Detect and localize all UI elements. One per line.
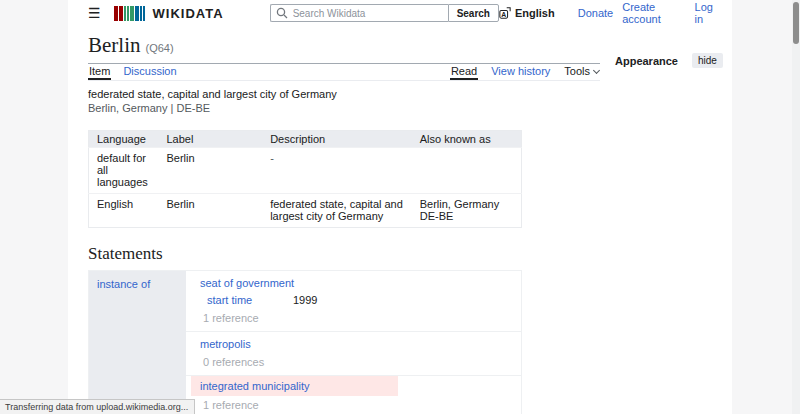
cell-description: - (262, 148, 412, 194)
search-button[interactable]: Search (448, 4, 499, 22)
svg-text:A: A (501, 11, 506, 18)
wikidata-logo-bars-icon (114, 6, 146, 21)
cell-also-known-as: Berlin, Germany DE-BE (412, 194, 522, 228)
cell-also-known-as (412, 148, 522, 194)
statement-values: seat of government start time 1999 1 ref… (186, 271, 521, 414)
language-selector[interactable]: A English (499, 7, 555, 19)
create-account-link[interactable]: Create account (622, 1, 685, 25)
references-toggle[interactable]: 1 reference (200, 312, 511, 325)
statement-row-highlighted: integrated municipality 1 reference (186, 376, 521, 414)
language-icon: A (499, 7, 511, 19)
search-input[interactable] (270, 4, 448, 22)
cell-language: English (89, 194, 159, 228)
statements-heading: Statements (88, 244, 732, 264)
appearance-hide-button[interactable]: hide (692, 53, 723, 68)
hamburger-menu-icon[interactable]: ☰ (88, 6, 101, 20)
scrollbar-thumb[interactable] (793, 2, 799, 44)
terms-table-header-row: Language Label Description Also known as (89, 131, 522, 148)
search-icon (276, 7, 288, 21)
alias-line: Berlin, Germany (420, 198, 513, 210)
tab-read[interactable]: Read (450, 65, 478, 80)
donate-link[interactable]: Donate (578, 7, 613, 19)
cell-label: Berlin (158, 148, 262, 194)
entity-description: federated state, capital and largest cit… (88, 88, 732, 101)
entity-id: (Q64) (146, 42, 174, 54)
page-title: Berlin(Q64) (88, 34, 600, 64)
col-also-known-as: Also known as (412, 131, 522, 148)
site-header: ☰ WIKIDATA Search A English Donate Creat… (68, 0, 732, 26)
page-content: ☰ WIKIDATA Search A English Donate Creat… (68, 0, 732, 414)
cell-label: Berlin (158, 194, 262, 228)
language-label: English (515, 7, 555, 19)
table-row: default for all languages Berlin - (89, 148, 522, 194)
alias-line: DE-BE (420, 210, 513, 222)
col-label: Label (158, 131, 262, 148)
statement-group: instance of seat of government start tim… (88, 270, 522, 414)
statement-value-link[interactable]: seat of government (200, 277, 294, 289)
terms-table: Language Label Description Also known as… (88, 130, 522, 228)
tab-tools[interactable]: Tools (563, 65, 600, 80)
entity-summary: federated state, capital and largest cit… (88, 88, 732, 115)
cell-description: federated state, capital and largest cit… (262, 194, 412, 228)
references-toggle[interactable]: 0 references (200, 356, 511, 369)
page-head: Berlin(Q64) Item Discussion Read View hi… (88, 34, 600, 81)
cell-language: default for all languages (89, 148, 159, 194)
entity-aliases: Berlin, Germany | DE-BE (88, 102, 732, 115)
statement-row: seat of government start time 1999 1 ref… (186, 271, 521, 332)
qualifier-property-link[interactable]: start time (207, 294, 252, 306)
browser-status-bar: Transferring data from upload.wikimedia.… (0, 399, 195, 414)
statement-row: metropolis 0 references (186, 332, 521, 376)
appearance-panel: Appearance hide (615, 53, 723, 68)
wikidata-logo[interactable]: WIKIDATA (114, 6, 224, 21)
tab-view-history[interactable]: View history (490, 65, 551, 80)
tab-item[interactable]: Item (88, 65, 111, 80)
login-link[interactable]: Log in (695, 1, 720, 25)
statement-qualifier: start time 1999 (200, 294, 511, 307)
statement-property: instance of (89, 271, 186, 414)
chevron-down-icon (593, 67, 600, 74)
tools-label: Tools (564, 65, 590, 77)
search-bar: Search (270, 4, 499, 22)
statement-value-link[interactable]: integrated municipality (200, 380, 309, 392)
col-language: Language (89, 131, 159, 148)
tabs-row: Item Discussion Read View history Tools (88, 64, 600, 81)
header-user-links: A English Donate Create account Log in (499, 1, 732, 25)
col-description: Description (262, 131, 412, 148)
tab-discussion[interactable]: Discussion (122, 65, 177, 80)
table-row: English Berlin federated state, capital … (89, 194, 522, 228)
wikidata-logo-text: WIKIDATA (153, 6, 224, 21)
statement-highlight: integrated municipality (191, 376, 398, 396)
qualifier-value: 1999 (293, 294, 317, 307)
entity-label: Berlin (88, 33, 141, 57)
statement-value-link[interactable]: metropolis (200, 338, 251, 350)
scrollbar[interactable] (792, 0, 800, 414)
appearance-label: Appearance (615, 55, 678, 67)
references-toggle[interactable]: 1 reference (191, 399, 511, 412)
property-instance-of-link[interactable]: instance of (97, 278, 150, 290)
view-tabs: Read View history Tools (438, 65, 600, 80)
